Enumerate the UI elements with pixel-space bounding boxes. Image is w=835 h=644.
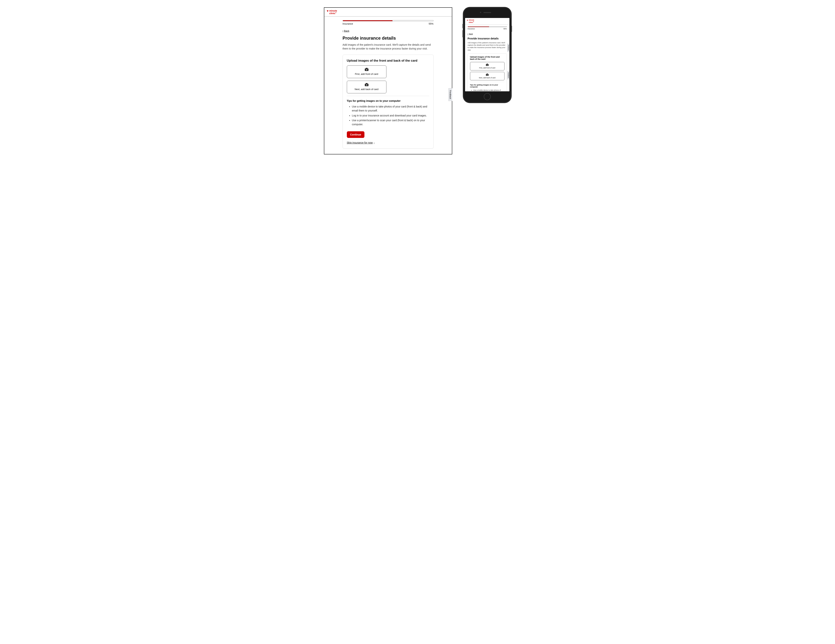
feedback-tab[interactable]: Feedback — [507, 44, 509, 52]
skip-insurance-link[interactable]: Skip insurance for now › — [347, 141, 375, 144]
phone-speaker — [483, 12, 491, 13]
list-item: Use a mobile device to take photos of yo… — [352, 104, 429, 113]
phone-power-button — [511, 26, 512, 32]
svg-point-11 — [487, 65, 487, 65]
svg-rect-13 — [487, 73, 488, 74]
upload-back-label: Next, add back of card — [354, 88, 379, 91]
tips-list: Use a mobile device to take photos of yo… — [347, 104, 429, 127]
upload-back-button[interactable]: Next, add back of card — [470, 72, 505, 80]
progress-percent: 55% — [504, 28, 507, 30]
heart-icon: ♥ — [467, 19, 468, 21]
page-description: Add images of the patient's insurance ca… — [343, 43, 434, 50]
back-link[interactable]: ‹ Back — [468, 33, 473, 35]
heart-icon: ♥ — [327, 10, 329, 13]
progress-fill — [343, 20, 393, 21]
phone-camera — [480, 12, 481, 13]
list-item: Use a printer/scanner to scan your card … — [352, 118, 429, 127]
svg-rect-9 — [487, 63, 488, 64]
svg-point-15 — [487, 75, 487, 75]
svg-rect-1 — [366, 68, 367, 69]
app-header: ♥ minute clinic® — [465, 18, 509, 24]
upload-front-label: First, add front of card — [355, 73, 378, 75]
progress-step-label: Insurance — [343, 22, 353, 25]
back-link[interactable]: ‹ Back — [343, 29, 349, 32]
svg-point-3 — [366, 69, 367, 70]
page-title: Provide insurance details — [468, 37, 507, 40]
back-link-label: Back — [344, 29, 349, 32]
chevron-left-icon: ‹ — [343, 29, 343, 32]
phone-volume-button — [463, 30, 463, 37]
page-title: Provide insurance details — [343, 36, 434, 41]
camera-icon — [486, 63, 489, 66]
brand-logo: ♥ minute clinic® — [327, 10, 449, 15]
upload-front-button[interactable]: First, add front of card — [470, 62, 505, 70]
tips-list: Use a mobile device to take photos of yo… — [470, 89, 505, 91]
upload-heading: Upload images of the front and back of t… — [470, 56, 505, 60]
svg-point-7 — [366, 85, 367, 85]
brand-text: minute clinic® — [329, 10, 337, 15]
progress-step-label: Insurance — [468, 28, 475, 30]
back-link-label: Back — [469, 33, 473, 35]
upload-card: Upload images of the front and back of t… — [343, 55, 434, 148]
app-header: ♥ minute clinic® — [324, 8, 452, 16]
phone-home-button — [484, 93, 491, 100]
tips-heading: Tips for getting images on to your compu… — [347, 99, 429, 102]
tips-heading: Tips for getting images on to your compu… — [470, 84, 505, 88]
desktop-viewport: ♥ minute clinic® Insurance 55% ‹ Back Pr… — [324, 7, 452, 154]
camera-icon — [365, 68, 369, 71]
progress-percent: 55% — [429, 22, 433, 25]
svg-rect-5 — [366, 83, 367, 84]
progress-bar: Insurance 55% — [343, 20, 434, 25]
list-item: Log in to your insurance account and dow… — [352, 114, 429, 117]
progress-bar: Insurance 55% — [468, 26, 507, 30]
camera-icon — [486, 73, 489, 76]
chevron-right-icon: › — [374, 141, 375, 144]
page-description: Add images of the patient's insurance ca… — [468, 41, 507, 51]
feedback-tab[interactable]: Feedback — [448, 88, 452, 101]
mobile-viewport: ♥ minute clinic® Insurance 55% ‹ Back Pr… — [465, 18, 509, 91]
camera-icon — [365, 83, 369, 86]
skip-link-label: Skip insurance for now — [347, 141, 373, 144]
upload-heading: Upload images of the front and back of t… — [347, 59, 429, 63]
upload-back-label: Next, add back of card — [479, 77, 495, 79]
mobile-device-mockup: ♥ minute clinic® Insurance 55% ‹ Back Pr… — [463, 7, 511, 103]
brand-text: minute clinic® — [469, 19, 474, 23]
upload-front-label: First, add front of card — [479, 67, 495, 69]
continue-button[interactable]: Continue — [347, 131, 365, 138]
chevron-left-icon: ‹ — [468, 33, 468, 35]
list-item: Use a mobile device to take photos of yo… — [473, 89, 505, 91]
phone-mute-switch — [463, 24, 463, 28]
feedback-tab[interactable]: Feedback — [507, 71, 509, 80]
upload-front-button[interactable]: First, add front of card — [347, 65, 387, 78]
upload-card: Upload images of the front and back of t… — [468, 54, 507, 91]
brand-logo: ♥ minute clinic® — [467, 19, 508, 23]
upload-back-button[interactable]: Next, add back of card — [347, 81, 387, 93]
